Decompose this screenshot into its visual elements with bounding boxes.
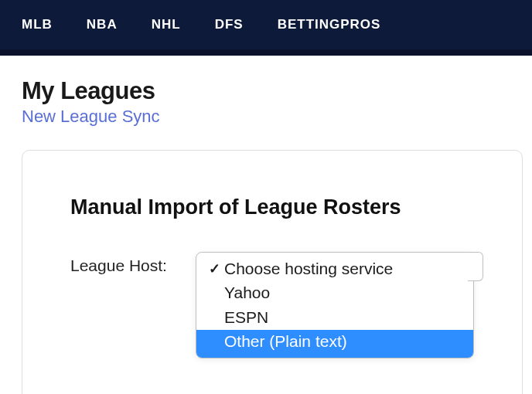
import-card: Manual Import of League Rosters League H…: [22, 150, 523, 394]
nav-item-mlb[interactable]: MLB: [22, 17, 53, 32]
page-title: My Leagues: [22, 77, 523, 105]
dropdown-option-label: Yahoo: [224, 284, 270, 302]
dropdown-option-choose[interactable]: ✓ Choose hosting service: [196, 253, 473, 280]
nav-item-dfs[interactable]: DFS: [215, 17, 244, 32]
dropdown-option-label: ESPN: [224, 308, 268, 327]
dropdown-option-label: Choose hosting service: [224, 260, 393, 278]
top-nav: MLB NBA NHL DFS BETTINGPROS: [0, 0, 532, 56]
dropdown-option-yahoo[interactable]: Yahoo: [196, 280, 473, 305]
dropdown-option-label: Other (Plain text): [224, 332, 347, 351]
card-heading: Manual Import of League Rosters: [70, 195, 474, 219]
nav-item-bettingpros[interactable]: BETTINGPROS: [278, 17, 381, 32]
dropdown-option-other[interactable]: Other (Plain text): [196, 330, 473, 358]
nav-item-nba[interactable]: NBA: [87, 17, 118, 32]
page-body: My Leagues New League Sync Manual Import…: [0, 56, 532, 394]
new-league-sync-link[interactable]: New League Sync: [22, 107, 523, 127]
dropdown-option-espn[interactable]: ESPN: [196, 305, 473, 330]
select-right-edge: [468, 252, 483, 281]
league-host-row: League Host: ✓ Choose hosting service Ya…: [70, 252, 474, 358]
nav-item-nhl[interactable]: NHL: [152, 17, 181, 32]
league-host-label: League Host:: [70, 252, 182, 275]
checkmark-icon: ✓: [204, 260, 224, 277]
league-host-dropdown[interactable]: ✓ Choose hosting service Yahoo ESPN Othe…: [196, 252, 474, 358]
league-host-select-wrap: ✓ Choose hosting service Yahoo ESPN Othe…: [196, 252, 474, 358]
